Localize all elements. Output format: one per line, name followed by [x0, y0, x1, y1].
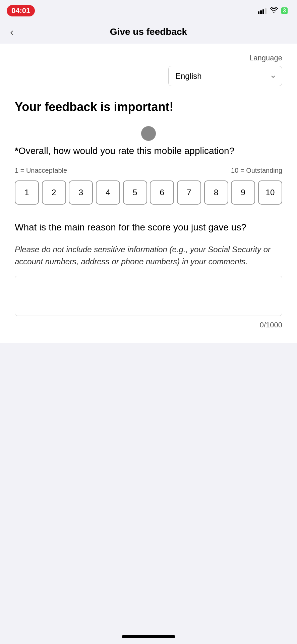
wifi-icon: [270, 7, 278, 15]
scale-max-label: 10 = Outstanding: [231, 167, 282, 174]
rating-btn-4[interactable]: 4: [96, 180, 120, 205]
nav-bar: ‹ Give us feedback: [0, 20, 297, 44]
char-count: 0/1000: [15, 321, 282, 329]
rating-btn-8[interactable]: 8: [204, 180, 228, 205]
scale-min-label: 1 = Unacceptable: [15, 167, 67, 174]
language-select-wrapper: English Spanish French German Chinese: [168, 66, 282, 86]
rating-buttons: 12345678910: [15, 180, 282, 205]
rating-btn-1[interactable]: 1: [15, 180, 39, 205]
status-bar: 04:01 3: [0, 0, 297, 20]
status-time: 04:01: [7, 5, 35, 16]
rating-btn-7[interactable]: 7: [177, 180, 201, 205]
signal-icon: [258, 7, 266, 14]
rating-btn-2[interactable]: 2: [42, 180, 66, 205]
score-reason-section: What is the main reason for the score yo…: [15, 221, 282, 329]
rating-btn-10[interactable]: 10: [258, 180, 282, 205]
language-section: Language English Spanish French German C…: [15, 50, 282, 86]
score-question: What is the main reason for the score yo…: [15, 221, 282, 234]
language-label: Language: [249, 54, 282, 62]
rating-scale-labels: 1 = Unacceptable 10 = Outstanding: [15, 167, 282, 174]
slider-dot-container: [15, 126, 282, 141]
slider-dot[interactable]: [141, 126, 156, 141]
home-indicator: [122, 635, 175, 638]
back-button[interactable]: ‹: [10, 26, 14, 38]
rating-btn-9[interactable]: 9: [231, 180, 255, 205]
carrier-badge: 3: [281, 7, 288, 14]
rating-btn-5[interactable]: 5: [123, 180, 147, 205]
disclaimer-text: Please do not include sensitive informat…: [15, 244, 282, 268]
required-asterisk: *: [15, 146, 18, 156]
rating-btn-6[interactable]: 6: [150, 180, 174, 205]
rating-question: *Overall, how would you rate this mobile…: [15, 144, 282, 157]
rating-btn-3[interactable]: 3: [69, 180, 93, 205]
status-icons: 3: [258, 7, 288, 15]
language-select[interactable]: English Spanish French German Chinese: [168, 66, 282, 86]
rating-question-text: Overall, how would you rate this mobile …: [18, 146, 234, 156]
page-title: Give us feedback: [110, 26, 187, 37]
feedback-heading: Your feedback is important!: [15, 100, 282, 114]
comment-textarea[interactable]: [15, 276, 282, 316]
main-content: Language English Spanish French German C…: [0, 44, 297, 343]
